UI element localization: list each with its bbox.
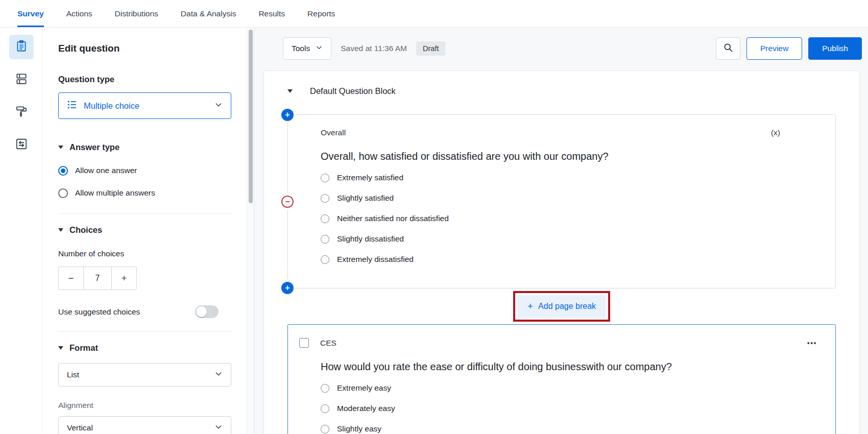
panel-divider	[58, 331, 231, 332]
tab-distributions[interactable]: Distributions	[115, 0, 158, 27]
answer-type-option-one[interactable]: Allow one answer	[58, 159, 231, 182]
suggested-choices-toggle[interactable]	[195, 305, 219, 318]
chevron-down-icon	[214, 101, 223, 111]
format-value: List	[67, 370, 79, 379]
qualtrics-survey-editor: Survey Actions Distributions Data & Anal…	[0, 0, 868, 434]
toolbar-right-group: Preview Publish	[716, 37, 862, 60]
choices-count-value[interactable]: 7	[83, 267, 112, 290]
tab-data-analysis[interactable]: Data & Analysis	[181, 0, 236, 27]
panel-scrollbar-track	[247, 28, 254, 434]
tools-button-label: Tools	[292, 44, 310, 53]
question-options-menu-icon[interactable]: •••	[807, 339, 817, 347]
radio-unselected-icon	[321, 194, 329, 203]
block-collapse-triangle-icon[interactable]	[287, 89, 293, 93]
remove-question-button[interactable]: −	[281, 196, 294, 208]
canvas-toolbar: Tools Saved at 11:36 AM Draft Preview Pu…	[283, 37, 862, 60]
choice-row: Slightly satisfied	[321, 188, 817, 208]
saved-status-text: Saved at 11:36 AM	[341, 44, 407, 53]
collapse-triangle-icon	[58, 228, 63, 232]
choice-label[interactable]: Extremely easy	[337, 383, 391, 393]
tab-results[interactable]: Results	[258, 0, 285, 27]
icon-rail	[0, 28, 43, 434]
choice-row: Neither satisfied nor dissatisfied	[321, 208, 817, 229]
add-page-break-button[interactable]: + Add page break	[517, 295, 606, 318]
alignment-value: Vertical	[67, 423, 93, 432]
choice-label[interactable]: Slightly dissatisfied	[337, 234, 404, 244]
format-section-header[interactable]: Format	[58, 343, 231, 353]
question-card-header: CES •••	[299, 338, 817, 348]
paint-roller-icon	[15, 105, 28, 120]
add-page-break-label: Add page break	[538, 302, 596, 311]
preview-button[interactable]: Preview	[746, 37, 802, 60]
choice-label[interactable]: Moderately easy	[337, 404, 395, 413]
add-question-below-button[interactable]: +	[281, 282, 294, 294]
panel-scrollbar-thumb[interactable]	[249, 30, 253, 203]
choices-section-header[interactable]: Choices	[58, 225, 231, 235]
question-card-header: Overall (x)	[321, 128, 817, 137]
question-text[interactable]: Overall, how satisfied or dissatisfied a…	[321, 151, 817, 162]
question-type-label: Question type	[58, 75, 231, 84]
multiple-choice-list-icon	[67, 100, 77, 112]
question-card-overall[interactable]: + − + Overall (x) Overall, how satisfied…	[287, 114, 836, 288]
question-select-checkbox[interactable]	[299, 338, 309, 348]
top-nav: Survey Actions Distributions Data & Anal…	[0, 0, 868, 28]
rail-item-look-and-feel[interactable]	[9, 100, 34, 125]
main-layout: Edit question Question type Multiple cho…	[0, 28, 868, 434]
block-title: Default Question Block	[310, 86, 396, 96]
toggle-knob	[196, 306, 207, 317]
alignment-dropdown[interactable]: Vertical	[58, 416, 231, 434]
tools-button[interactable]: Tools	[283, 37, 331, 60]
publish-button[interactable]: Publish	[808, 37, 862, 60]
tab-actions[interactable]: Actions	[66, 0, 92, 27]
question-text[interactable]: How would you rate the ease or difficult…	[321, 361, 817, 373]
rail-item-block-options[interactable]	[9, 67, 34, 92]
question-type-dropdown[interactable]: Multiple choice	[58, 92, 231, 119]
answer-type-option-multiple[interactable]: Allow multiple answers	[58, 182, 231, 204]
rail-item-survey-builder[interactable]	[9, 35, 34, 59]
choice-list: Extremely easy Moderately easy Slightly …	[321, 378, 817, 434]
choice-label[interactable]: Extremely satisfied	[337, 173, 403, 182]
choice-label[interactable]: Slightly easy	[337, 424, 381, 433]
chevron-down-icon	[214, 370, 223, 380]
question-meta-indicator: (x)	[771, 128, 780, 137]
decrease-choices-button[interactable]: −	[59, 267, 83, 290]
choices-stepper: − 7 +	[58, 267, 137, 290]
block-options-icon	[15, 72, 28, 87]
survey-builder-icon	[15, 39, 28, 55]
search-button[interactable]	[716, 37, 740, 60]
add-question-above-button[interactable]: +	[281, 109, 294, 121]
chevron-down-icon	[316, 44, 323, 53]
default-question-block: Default Question Block + − + Overall (x)…	[263, 70, 860, 434]
rail-item-survey-flow[interactable]	[9, 133, 34, 157]
increase-choices-button[interactable]: +	[112, 267, 136, 290]
choice-label[interactable]: Extremely dissatisfied	[337, 255, 414, 264]
choice-label[interactable]: Neither satisfied nor dissatisfied	[337, 214, 449, 223]
answer-type-label: Answer type	[69, 142, 119, 152]
radio-unselected-icon	[58, 188, 68, 198]
choice-row: Moderately easy	[321, 398, 817, 419]
choice-row: Extremely satisfied	[321, 167, 817, 188]
suggested-choices-row: Use suggested choices	[58, 305, 219, 318]
choices-label: Choices	[69, 225, 102, 235]
number-of-choices-label: Number of choices	[58, 249, 231, 258]
chevron-down-icon	[214, 423, 223, 433]
question-id-label: Overall	[321, 128, 346, 137]
edit-question-panel: Edit question Question type Multiple cho…	[43, 28, 254, 434]
choice-row: Slightly dissatisfied	[321, 229, 817, 249]
collapse-triangle-icon	[58, 146, 63, 149]
tab-reports[interactable]: Reports	[307, 0, 335, 27]
answer-type-section-header[interactable]: Answer type	[58, 142, 231, 152]
question-card-ces[interactable]: CES ••• How would you rate the ease or d…	[287, 324, 836, 434]
draft-status-badge: Draft	[416, 41, 445, 56]
tab-survey[interactable]: Survey	[17, 0, 44, 27]
search-icon	[723, 42, 733, 55]
radio-unselected-icon	[321, 255, 329, 264]
survey-flow-icon	[15, 137, 28, 153]
choice-label[interactable]: Slightly satisfied	[337, 194, 394, 203]
plus-icon: +	[527, 301, 533, 312]
format-label: Format	[69, 343, 98, 353]
choice-list: Extremely satisfied Slightly satisfied N…	[321, 167, 817, 270]
choice-row: Extremely easy	[321, 378, 817, 398]
format-dropdown[interactable]: List	[58, 363, 231, 387]
panel-divider	[58, 213, 231, 214]
